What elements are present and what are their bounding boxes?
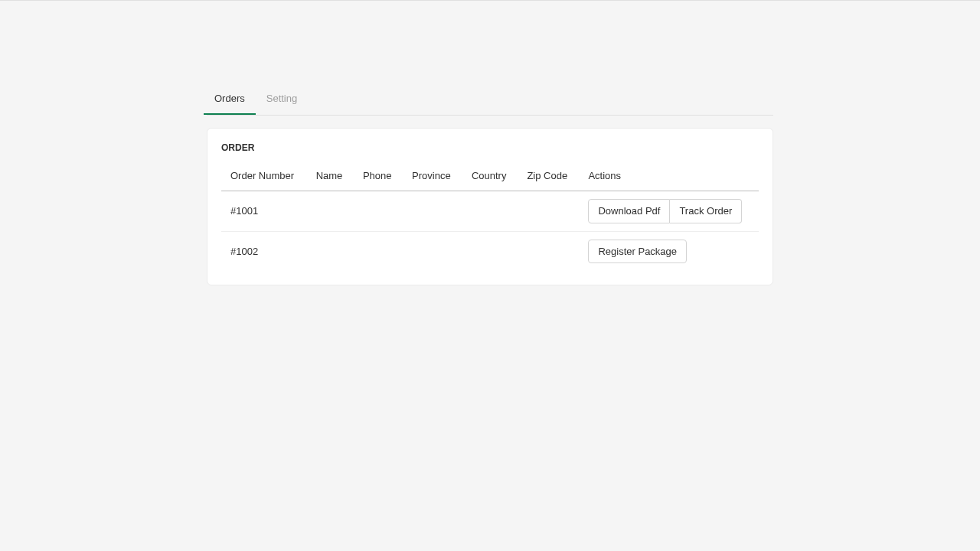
cell-phone	[354, 191, 403, 232]
order-card: ORDER Order Number Name Phone Province C…	[207, 128, 773, 285]
cell-province	[403, 231, 462, 271]
th-order-number: Order Number	[221, 164, 307, 191]
cell-province	[403, 191, 462, 232]
th-zip-code: Zip Code	[518, 164, 579, 191]
th-country: Country	[462, 164, 518, 191]
orders-table: Order Number Name Phone Province Country…	[221, 164, 759, 271]
card-title: ORDER	[221, 142, 759, 153]
action-button-group: Download Pdf Track Order	[588, 199, 742, 223]
cell-country	[462, 231, 518, 271]
cell-zip-code	[518, 231, 579, 271]
cell-country	[462, 191, 518, 232]
tab-orders[interactable]: Orders	[204, 83, 256, 115]
table-row: #1001 Download Pdf Track Order	[221, 191, 759, 232]
th-actions: Actions	[579, 164, 759, 191]
cell-name	[307, 191, 354, 232]
tab-setting[interactable]: Setting	[256, 83, 308, 115]
th-name: Name	[307, 164, 354, 191]
cell-order-number: #1002	[221, 231, 307, 271]
download-pdf-button[interactable]: Download Pdf	[588, 199, 670, 223]
tabs-container: Orders Setting	[207, 83, 773, 116]
th-province: Province	[403, 164, 462, 191]
cell-phone	[354, 231, 403, 271]
cell-name	[307, 231, 354, 271]
cell-actions: Download Pdf Track Order	[579, 191, 759, 232]
table-row: #1002 Register Package	[221, 231, 759, 271]
th-phone: Phone	[354, 164, 403, 191]
cell-zip-code	[518, 191, 579, 232]
cell-order-number: #1001	[221, 191, 307, 232]
cell-actions: Register Package	[579, 231, 759, 271]
track-order-button[interactable]: Track Order	[670, 199, 742, 223]
register-package-button[interactable]: Register Package	[588, 240, 687, 264]
